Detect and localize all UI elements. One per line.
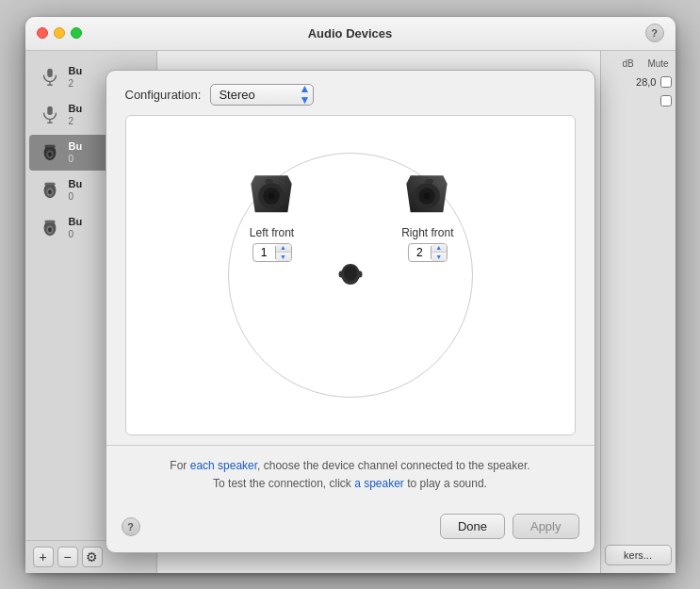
svg-point-21 bbox=[265, 179, 273, 184]
speaker-icon-3 bbox=[37, 139, 63, 166]
sidebar-item-1-info: Bu 2 bbox=[69, 65, 83, 88]
svg-point-24 bbox=[423, 192, 430, 199]
svg-rect-0 bbox=[47, 68, 53, 76]
mic-icon-2 bbox=[37, 102, 63, 128]
open-speakers-button[interactable]: kers... bbox=[605, 545, 672, 565]
left-front-increment[interactable]: ▲ bbox=[276, 243, 291, 253]
svg-point-29 bbox=[357, 270, 362, 277]
mute-checkbox-2[interactable] bbox=[660, 95, 672, 106]
mute-checkbox-1[interactable] bbox=[660, 76, 672, 88]
svg-point-8 bbox=[48, 152, 52, 156]
sidebar-item-1-sub: 2 bbox=[69, 78, 83, 89]
title-help-button[interactable]: ? bbox=[645, 24, 664, 42]
left-front-decrement[interactable]: ▼ bbox=[276, 253, 291, 262]
add-device-button[interactable]: + bbox=[33, 547, 54, 567]
svg-point-16 bbox=[48, 227, 52, 232]
sidebar-item-4-sub: 0 bbox=[69, 191, 83, 202]
footer-buttons: Done Apply bbox=[440, 514, 579, 539]
svg-point-20 bbox=[268, 192, 274, 199]
sidebar-item-4-name: Bu bbox=[69, 178, 83, 190]
right-front-decrement[interactable]: ▼ bbox=[431, 253, 447, 262]
dialog-overlay: Configuration: Stereo Mono 5.1 Surround … bbox=[25, 51, 676, 573]
remove-device-button[interactable]: − bbox=[57, 547, 78, 567]
sidebar-item-2-name: Bu bbox=[69, 103, 83, 115]
left-front-speaker[interactable]: Left front 1 ▲ ▼ bbox=[247, 172, 298, 262]
sidebar-item-3-info: Bu 0 bbox=[69, 140, 83, 163]
speaker-config-modal: Configuration: Stereo Mono 5.1 Surround … bbox=[106, 70, 595, 553]
settings-device-button[interactable]: ⚙ bbox=[82, 547, 103, 567]
config-row: Configuration: Stereo Mono 5.1 Surround … bbox=[106, 71, 594, 115]
sidebar-item-5-name: Bu bbox=[69, 216, 83, 228]
modal-help-button[interactable]: ? bbox=[122, 517, 140, 536]
sidebar-item-1-name: Bu bbox=[69, 65, 83, 77]
each-speaker-highlight: each speaker bbox=[190, 459, 257, 472]
circle-container: Left front 1 ▲ ▼ bbox=[228, 153, 473, 398]
a-speaker-highlight: a speaker bbox=[354, 477, 404, 490]
svg-point-12 bbox=[48, 189, 52, 194]
modal-footer: ? Done Apply bbox=[106, 504, 594, 552]
left-front-channel: 1 bbox=[253, 246, 276, 259]
db-value-1: 28,0 bbox=[636, 76, 656, 88]
maximize-button[interactable] bbox=[71, 27, 82, 39]
panel-row-1: 28,0 bbox=[605, 76, 672, 88]
info-text-2: To test the connection, click a speaker … bbox=[125, 475, 576, 493]
done-button[interactable]: Done bbox=[440, 514, 505, 539]
sidebar-item-3-sub: 0 bbox=[69, 154, 83, 164]
sidebar-item-5-sub: 0 bbox=[69, 229, 83, 239]
right-front-speaker-body bbox=[402, 172, 453, 222]
close-button[interactable] bbox=[37, 27, 48, 39]
traffic-lights bbox=[37, 27, 82, 39]
config-select[interactable]: Stereo Mono 5.1 Surround 7.1 Surround bbox=[210, 84, 314, 106]
right-front-speaker[interactable]: Right front 2 ▲ ▼ bbox=[401, 172, 453, 262]
listener-head-svg bbox=[335, 260, 366, 290]
right-front-channel: 2 bbox=[409, 246, 431, 259]
right-panel-header: dB Mute bbox=[605, 58, 672, 69]
svg-point-25 bbox=[425, 179, 433, 184]
svg-rect-17 bbox=[44, 220, 55, 222]
left-front-stepper[interactable]: 1 ▲ ▼ bbox=[252, 243, 292, 262]
svg-point-28 bbox=[338, 270, 343, 277]
right-front-stepper[interactable]: 2 ▲ ▼ bbox=[408, 243, 448, 262]
mute-column-label: Mute bbox=[645, 58, 672, 69]
right-front-label: Right front bbox=[401, 226, 453, 239]
sidebar-item-5-info: Bu 0 bbox=[69, 216, 83, 238]
sidebar-item-4-info: Bu 0 bbox=[69, 178, 83, 201]
window-title: Audio Devices bbox=[308, 26, 393, 41]
svg-rect-13 bbox=[44, 182, 55, 185]
sidebar-item-2-sub: 2 bbox=[69, 116, 83, 126]
audio-devices-window: Audio Devices ? Bu 2 bbox=[25, 17, 676, 573]
sidebar-item-2-info: Bu 2 bbox=[69, 103, 83, 125]
panel-row-2 bbox=[605, 95, 672, 106]
center-head-icon bbox=[335, 260, 366, 290]
svg-point-27 bbox=[344, 266, 357, 281]
svg-rect-9 bbox=[44, 144, 55, 147]
config-select-wrapper: Stereo Mono 5.1 Surround 7.1 Surround ▲▼ bbox=[210, 84, 314, 106]
right-panel: dB Mute 28,0 kers... bbox=[600, 51, 676, 573]
right-front-stepper-btns: ▲ ▼ bbox=[431, 243, 447, 262]
minimize-button[interactable] bbox=[54, 27, 65, 39]
left-front-label: Left front bbox=[250, 226, 294, 239]
svg-rect-3 bbox=[47, 106, 53, 114]
speaker-icon-5 bbox=[37, 215, 63, 241]
left-front-speaker-icon bbox=[247, 172, 296, 221]
speaker-diagram-area: Left front 1 ▲ ▼ bbox=[125, 115, 576, 435]
config-label: Configuration: bbox=[125, 88, 202, 102]
info-bar: For each speaker, choose the device chan… bbox=[106, 445, 594, 504]
title-bar: Audio Devices ? bbox=[25, 17, 676, 51]
speaker-icon-4 bbox=[37, 177, 63, 204]
sidebar-item-3-name: Bu bbox=[69, 140, 83, 153]
left-front-speaker-body bbox=[247, 172, 298, 222]
right-front-increment[interactable]: ▲ bbox=[431, 243, 447, 253]
left-front-stepper-btns: ▲ ▼ bbox=[276, 243, 291, 262]
db-column-label: dB bbox=[615, 58, 642, 69]
info-text-1: For each speaker, choose the device chan… bbox=[125, 457, 576, 475]
right-front-speaker-icon bbox=[402, 172, 451, 221]
apply-button[interactable]: Apply bbox=[513, 514, 579, 539]
mic-icon-1 bbox=[37, 64, 63, 90]
